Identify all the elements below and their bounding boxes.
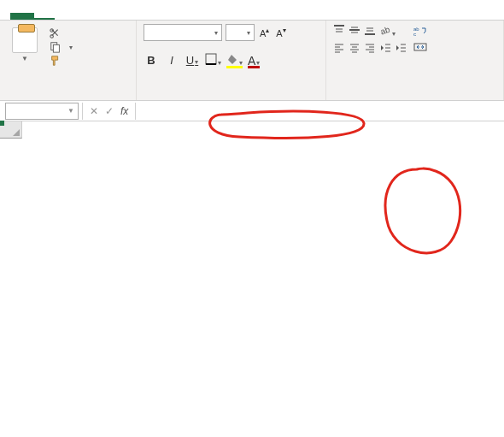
select-all-corner[interactable] — [0, 121, 22, 139]
cut-button[interactable] — [50, 27, 73, 39]
fill-color-button[interactable]: ▾ — [226, 53, 243, 68]
font-name-select[interactable]: ▾ — [144, 24, 222, 41]
font-group-label — [144, 97, 319, 98]
tab-data[interactable] — [116, 13, 137, 20]
increase-font-button[interactable]: A▴ — [258, 27, 271, 38]
decrease-indent-button[interactable] — [379, 42, 391, 56]
border-button[interactable]: ▾ — [205, 53, 221, 68]
svg-rect-4 — [206, 54, 216, 64]
ribbon-group-alignment: ab▾ abc — [326, 21, 504, 100]
accept-formula-button[interactable]: ✓ — [105, 105, 114, 117]
clipboard-icon — [12, 27, 38, 53]
formula-bar: ▼ ✕ ✓ fx — [0, 101, 504, 121]
ribbon-tabs — [0, 0, 504, 21]
tab-formulas[interactable] — [96, 13, 116, 20]
underline-button[interactable]: U▾ — [185, 54, 200, 67]
cancel-formula-button[interactable]: ✕ — [90, 105, 98, 117]
tab-developer[interactable] — [178, 13, 198, 20]
chevron-down-icon[interactable]: ▼ — [21, 55, 28, 62]
tab-page-layout[interactable] — [75, 13, 96, 20]
tab-file[interactable] — [10, 13, 34, 20]
merge-center-button[interactable] — [413, 41, 431, 53]
align-bottom-button[interactable] — [364, 24, 376, 38]
worksheet-grid — [0, 121, 504, 437]
paste-button[interactable]: ▼ — [7, 24, 43, 62]
svg-rect-36 — [414, 44, 426, 50]
align-right-button[interactable] — [364, 42, 376, 56]
italic-button[interactable]: I — [164, 54, 179, 67]
formula-input[interactable] — [136, 103, 504, 120]
chevron-down-icon[interactable]: ▼ — [67, 107, 74, 115]
tab-review[interactable] — [137, 13, 157, 20]
clipboard-group-label — [7, 97, 129, 98]
align-top-button[interactable] — [333, 24, 345, 38]
align-left-button[interactable] — [333, 42, 345, 56]
ribbon: ▼ ▾ ▾ ▾ — [0, 21, 504, 101]
ribbon-group-font: ▾ ▾ A▴ A▾ B I U▾ ▾ ▾ A▾ — [137, 21, 326, 100]
font-size-select[interactable]: ▾ — [226, 24, 255, 41]
name-box[interactable]: ▼ — [5, 103, 79, 120]
svg-rect-3 — [53, 44, 59, 52]
bold-button[interactable]: B — [144, 54, 159, 67]
ribbon-group-clipboard: ▼ ▾ — [0, 21, 137, 100]
svg-text:c: c — [413, 32, 416, 37]
svg-text:ab: ab — [379, 24, 391, 36]
align-middle-button[interactable] — [349, 24, 360, 38]
scissors-icon — [50, 27, 62, 39]
align-center-button[interactable] — [349, 42, 360, 56]
bucket-icon — [226, 53, 238, 65]
decrease-font-button[interactable]: A▾ — [274, 27, 287, 38]
format-painter-button[interactable] — [50, 55, 73, 67]
wrap-text-button[interactable]: abc — [413, 26, 431, 38]
tab-home[interactable] — [34, 11, 55, 20]
orientation-button[interactable]: ab▾ — [379, 24, 396, 38]
merge-icon — [413, 41, 427, 53]
alignment-group-label — [333, 97, 496, 98]
tab-insert[interactable] — [55, 13, 75, 20]
insert-function-button[interactable]: fx — [120, 105, 128, 117]
wrap-text-icon: abc — [413, 26, 427, 38]
copy-icon — [50, 41, 62, 53]
font-color-button[interactable]: A▾ — [248, 54, 260, 68]
copy-button[interactable]: ▾ — [50, 41, 73, 53]
brush-icon — [50, 55, 62, 67]
tab-view[interactable] — [157, 13, 178, 20]
increase-indent-button[interactable] — [395, 42, 407, 56]
